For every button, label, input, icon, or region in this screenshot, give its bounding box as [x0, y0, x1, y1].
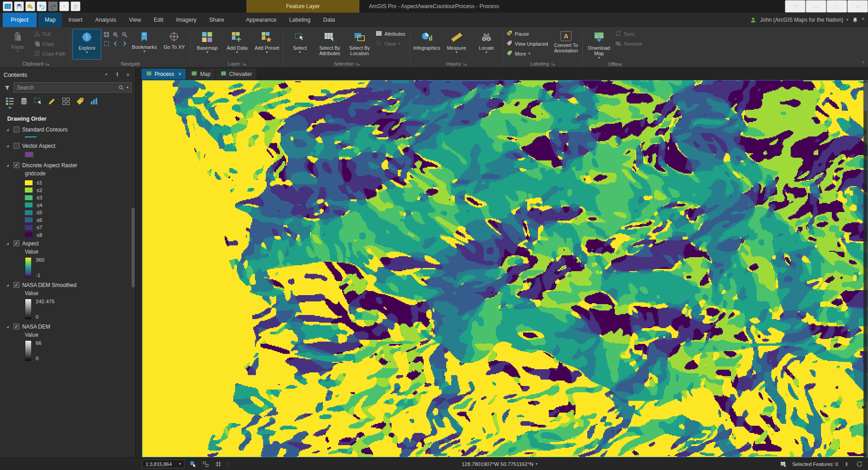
zoom-to-selection-button[interactable]: [102, 39, 111, 48]
go-to-xy-button[interactable]: Go To XY: [160, 29, 189, 60]
select-by-attributes-button[interactable]: Select By Attributes: [315, 29, 344, 60]
tab-project[interactable]: Project: [3, 13, 37, 27]
close-view-icon[interactable]: ×: [178, 71, 181, 77]
locate-button[interactable]: Locate ▾: [472, 29, 501, 60]
close-button[interactable]: ×: [847, 0, 868, 13]
view-tab-map[interactable]: Map: [187, 69, 215, 80]
zoom-full-extent-button[interactable]: [102, 30, 111, 39]
list-by-snapping-icon[interactable]: [61, 97, 71, 108]
layer-row-vector-aspect[interactable]: ◢ Vector Aspect: [6, 141, 135, 150]
close-pane-icon[interactable]: ×: [124, 71, 132, 78]
filter-funnel-icon[interactable]: [4, 85, 11, 90]
select-button[interactable]: Select ▾: [285, 29, 314, 60]
expander-icon[interactable]: ◢: [6, 242, 11, 245]
tab-appearance[interactable]: Appearance: [240, 13, 283, 27]
maximize-button[interactable]: □: [826, 0, 847, 13]
map-raster-canvas[interactable]: [142, 80, 868, 457]
tab-share[interactable]: Share: [203, 13, 231, 27]
list-by-data-source-icon[interactable]: [19, 97, 29, 108]
list-by-labeling-icon[interactable]: [75, 97, 85, 108]
selection-constraint-icon[interactable]: [189, 460, 197, 468]
polygon-symbol[interactable]: [25, 152, 33, 157]
collapse-ribbon-icon[interactable]: ^: [862, 61, 864, 66]
search-icon[interactable]: [118, 85, 125, 90]
expander-icon[interactable]: ◢: [6, 128, 11, 131]
dialog-launcher-icon[interactable]: [46, 61, 49, 66]
more-labeling-button[interactable]: More▾: [505, 49, 551, 58]
account-area[interactable]: John (ArcGIS Maps for the Nation) ▾ ^: [750, 13, 864, 27]
collapse-ribbon-caret[interactable]: ^: [862, 17, 864, 23]
view-unplaced-button[interactable]: View Unplaced: [505, 39, 551, 48]
layer-visibility-checkbox[interactable]: ✓: [14, 324, 19, 329]
redo-icon[interactable]: [48, 1, 58, 11]
tab-labeling[interactable]: Labeling: [283, 13, 316, 27]
copy-path-button[interactable]: Copy Path: [33, 49, 68, 58]
dialog-launcher-icon[interactable]: [463, 61, 467, 66]
convert-to-annotation-button[interactable]: A Convert To Annotation: [552, 29, 580, 60]
view-tab-chevalier[interactable]: Chevalier: [216, 69, 257, 80]
undo-icon[interactable]: [37, 1, 47, 11]
expander-icon[interactable]: ◢: [6, 144, 11, 147]
pane-menu-caret-icon[interactable]: ▾: [103, 73, 110, 76]
layer-row-nasa-dem[interactable]: ◢ ✓ NASA DEM: [6, 322, 135, 331]
fixed-zoom-in-button[interactable]: [111, 30, 120, 39]
layer-visibility-checkbox[interactable]: ✓: [14, 282, 19, 288]
refresh-view-icon[interactable]: [855, 460, 863, 468]
layer-row-standard-contours[interactable]: ◢ Standard Contours: [6, 125, 135, 134]
layer-row-nasa-dem-smoothed[interactable]: ◢ ✓ NASA DEM Smoothed: [6, 280, 135, 290]
add-data-button[interactable]: Add Data ▾: [222, 29, 251, 60]
pause-drawing-icon[interactable]: ‖: [843, 460, 851, 468]
contextual-tab-group[interactable]: Feature Layer: [246, 0, 359, 13]
clear-button[interactable]: Clear▾: [375, 39, 408, 48]
next-extent-button[interactable]: [120, 39, 129, 48]
view-tab-process[interactable]: Process ×: [142, 69, 186, 80]
dialog-launcher-icon[interactable]: [243, 61, 246, 66]
remove-button[interactable]: Remove: [614, 39, 645, 48]
auto-hide-pin-icon[interactable]: [113, 72, 121, 77]
copy-button[interactable]: Copy: [33, 39, 68, 48]
project-icon[interactable]: [3, 1, 13, 11]
bookmarks-button[interactable]: Bookmarks ▾: [130, 29, 159, 60]
attributes-button[interactable]: Attributes: [375, 29, 408, 38]
tab-edit[interactable]: Edit: [147, 13, 170, 27]
snapping-toggle-icon[interactable]: [202, 460, 210, 468]
tab-view[interactable]: View: [123, 13, 147, 27]
tab-insert[interactable]: Insert: [62, 13, 89, 27]
expander-icon[interactable]: ◢: [6, 283, 11, 287]
select-by-location-button[interactable]: Select By Location: [345, 29, 374, 60]
pause-labeling-button[interactable]: Pause: [505, 29, 551, 38]
layer-row-discrete-aspect-raster[interactable]: ◢ ✓ Discrete Aspect Raster: [6, 160, 135, 170]
notifications-bell-icon[interactable]: [851, 17, 859, 23]
add-preset-button[interactable]: Add Preset ▾: [252, 29, 281, 60]
layer-visibility-checkbox[interactable]: [14, 143, 19, 149]
dialog-launcher-icon[interactable]: [552, 61, 555, 66]
map-view[interactable]: [142, 80, 868, 457]
layer-row-aspect[interactable]: ◢ ✓ Aspect: [6, 239, 135, 248]
tab-analysis[interactable]: Analysis: [89, 13, 123, 27]
add-data-quick-icon[interactable]: [25, 1, 35, 11]
tab-map[interactable]: Map: [38, 13, 62, 27]
map-scrollbar[interactable]: [863, 80, 868, 457]
list-by-drawing-order-icon[interactable]: [5, 97, 15, 108]
dialog-launcher-icon[interactable]: [356, 61, 360, 66]
layer-visibility-checkbox[interactable]: ✓: [14, 162, 19, 168]
basemap-button[interactable]: Basemap ▾: [193, 29, 222, 60]
paste-button[interactable]: Paste ▾: [3, 29, 32, 60]
map-scale-combo[interactable]: 1:3,815,864 ▾: [142, 460, 184, 468]
search-input[interactable]: [17, 85, 116, 91]
previous-extent-button[interactable]: [111, 39, 120, 48]
save-icon[interactable]: [14, 1, 24, 11]
download-map-button[interactable]: Download Map ▾: [585, 29, 613, 61]
contour-line-symbol[interactable]: [25, 136, 37, 137]
help-button[interactable]: ?: [785, 0, 806, 13]
cut-button[interactable]: Cut: [33, 29, 68, 38]
layer-visibility-checkbox[interactable]: ✓: [14, 240, 19, 246]
layer-visibility-checkbox[interactable]: [14, 127, 19, 132]
list-by-editing-icon[interactable]: [47, 97, 57, 108]
list-by-selection-icon[interactable]: [33, 97, 43, 108]
fixed-zoom-out-button[interactable]: [120, 30, 129, 39]
grid-toggle-icon[interactable]: [214, 460, 222, 468]
search-options-caret-icon[interactable]: ▾: [127, 86, 128, 89]
tab-data[interactable]: Data: [317, 13, 341, 27]
tab-imagery[interactable]: Imagery: [170, 13, 203, 27]
